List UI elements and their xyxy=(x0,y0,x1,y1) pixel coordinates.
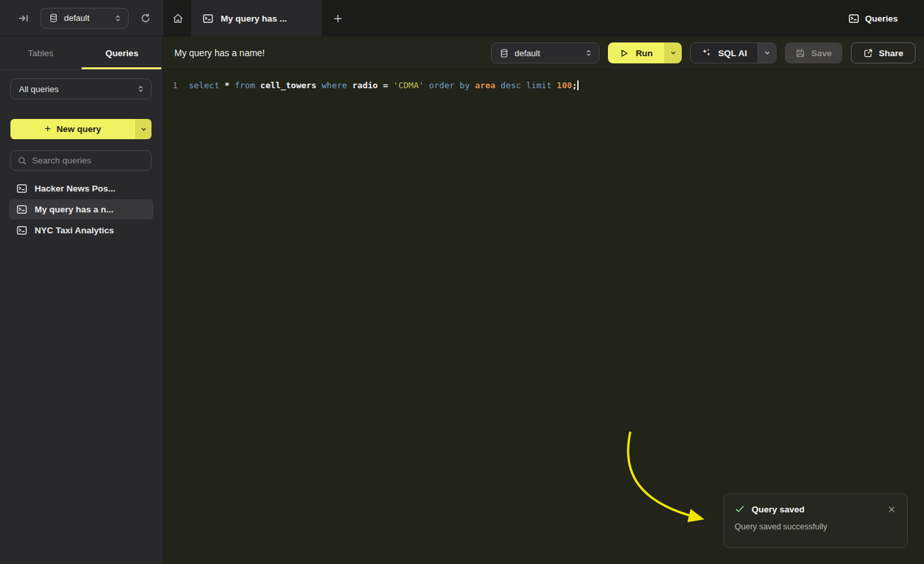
save-button[interactable]: Save xyxy=(785,42,842,63)
code-token: from xyxy=(234,80,260,90)
database-select[interactable]: default xyxy=(40,8,129,29)
check-icon xyxy=(735,504,745,514)
code-token: select xyxy=(189,80,225,90)
new-query-button[interactable]: + New query xyxy=(10,119,135,139)
chevron-down-icon xyxy=(670,50,677,56)
chevron-updown-icon xyxy=(114,14,121,22)
sql-ai-label: SQL AI xyxy=(718,48,747,58)
chevron-updown-icon xyxy=(137,85,144,93)
save-label: Save xyxy=(811,48,832,58)
new-tab-button[interactable] xyxy=(328,9,347,27)
text-cursor xyxy=(577,80,579,90)
toolbar-database-select-value: default xyxy=(515,48,540,58)
toolbar-database-select[interactable]: default xyxy=(491,42,599,63)
sidebar: Tables Queries All queries + New query xyxy=(0,37,163,564)
chevron-down-icon xyxy=(764,50,771,56)
sql-ai-dropdown-button[interactable] xyxy=(757,43,776,63)
query-item-label: NYC Taxi Analytics xyxy=(35,225,114,235)
share-label: Share xyxy=(879,48,904,58)
code-token: * xyxy=(225,80,235,90)
topbar-left: default xyxy=(0,0,163,37)
run-button[interactable]: Run xyxy=(608,42,664,63)
home-button[interactable] xyxy=(168,9,187,27)
share-button[interactable]: Share xyxy=(851,42,916,63)
sidebar-tabs: Tables Queries xyxy=(0,37,163,70)
collapse-sidebar-button[interactable] xyxy=(14,9,33,27)
code-token: radio xyxy=(352,80,383,90)
query-item-label: My query has a n... xyxy=(35,205,114,214)
plus-icon xyxy=(333,14,343,24)
terminal-icon xyxy=(16,225,27,236)
tab-label: My query has ... xyxy=(221,14,287,24)
query-list-item[interactable]: NYC Taxi Analytics xyxy=(9,220,153,241)
search-queries-input[interactable] xyxy=(32,156,144,165)
terminal-icon xyxy=(16,183,27,194)
save-icon xyxy=(795,48,805,58)
share-icon xyxy=(863,48,873,58)
toast-title: Query saved xyxy=(752,505,805,514)
code-token: desc xyxy=(501,80,526,90)
search-queries-box xyxy=(10,150,151,171)
toast-message: Query saved successfully xyxy=(735,522,897,531)
code-token: order by xyxy=(429,80,475,90)
tab-queries[interactable]: Queries xyxy=(82,37,163,69)
code-token: ; xyxy=(572,80,577,90)
query-item-label: Hacker News Pos... xyxy=(35,184,116,193)
code-token: where xyxy=(322,80,353,90)
chevron-down-icon xyxy=(140,126,147,133)
query-list-item[interactable]: My query has a n... xyxy=(9,199,153,220)
sql-editor[interactable]: 1 select * from cell_towers where radio … xyxy=(163,70,924,564)
terminal-icon xyxy=(848,13,859,24)
close-icon xyxy=(888,506,895,513)
toast-close-button[interactable] xyxy=(887,505,897,514)
toast-notification: Query saved Query saved successfully xyxy=(724,493,908,548)
sql-ai-button[interactable]: SQL AI xyxy=(691,43,757,63)
query-list-item[interactable]: Hacker News Pos... xyxy=(9,178,153,199)
database-icon xyxy=(500,48,509,58)
chevron-updown-icon xyxy=(585,49,592,57)
queries-indicator-label: Queries xyxy=(865,14,898,24)
code-token: 100 xyxy=(557,80,572,90)
code-token: limit xyxy=(526,80,557,90)
run-label: Run xyxy=(635,48,652,58)
code-line: 1 select * from cell_towers where radio … xyxy=(163,78,924,92)
search-icon xyxy=(18,156,27,165)
sql-ai-split-button: SQL AI xyxy=(690,42,776,63)
line-number: 1 xyxy=(163,78,178,92)
app-window: default My query has .. xyxy=(0,0,924,564)
code-line-content: select * from cell_towers where radio = … xyxy=(189,78,579,92)
topbar: default My query has .. xyxy=(0,0,924,37)
code-token: area xyxy=(475,80,500,90)
query-toolbar: My query has a name! default xyxy=(163,37,924,70)
code-token: cell_towers xyxy=(261,80,322,90)
refresh-button[interactable] xyxy=(136,9,155,27)
queries-indicator[interactable]: Queries xyxy=(848,13,898,24)
terminal-icon xyxy=(202,13,214,24)
terminal-icon xyxy=(16,204,27,215)
collapse-sidebar-icon xyxy=(18,13,29,24)
query-filter-select-value: All queries xyxy=(19,84,59,94)
query-list: Hacker News Pos...My query has a n...NYC… xyxy=(0,178,163,241)
database-icon xyxy=(49,13,58,23)
tab-my-query[interactable]: My query has ... xyxy=(191,0,322,37)
tab-strip: My query has ... Queries xyxy=(163,0,924,37)
refresh-icon xyxy=(140,13,151,24)
new-query-label: New query xyxy=(57,124,101,134)
tab-tables[interactable]: Tables xyxy=(0,37,82,69)
query-filter-select[interactable]: All queries xyxy=(10,78,151,99)
database-select-value: default xyxy=(64,13,89,23)
play-icon xyxy=(619,48,629,58)
home-icon xyxy=(172,13,183,24)
code-token: 'CDMA' xyxy=(393,80,429,90)
query-title: My query has a name! xyxy=(174,48,265,58)
code-token: = xyxy=(383,80,393,90)
new-query-dropdown-button[interactable] xyxy=(135,119,151,139)
plus-icon: + xyxy=(44,123,50,135)
run-split-button: Run xyxy=(608,42,682,63)
run-dropdown-button[interactable] xyxy=(664,42,682,63)
sparkles-icon xyxy=(701,48,712,58)
main-panel: My query has a name! default xyxy=(163,37,924,564)
new-query-split-button: + New query xyxy=(10,119,151,139)
